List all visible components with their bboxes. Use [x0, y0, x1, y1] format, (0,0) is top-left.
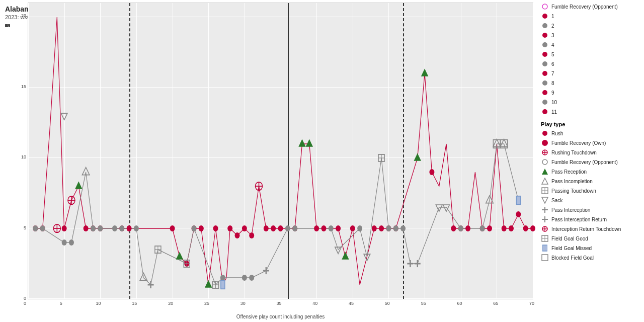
svg-point-11	[199, 225, 204, 231]
legend-item-rush: Rush	[541, 129, 641, 137]
x-tick-label-10: 10	[96, 301, 101, 306]
legend-item-pass-int-return: Pass Interception Return	[541, 215, 641, 223]
x-tick-label-45: 45	[349, 301, 354, 306]
y-tick-label-0: 0	[24, 296, 26, 301]
svg-point-29	[429, 169, 434, 175]
legend-label-fg-missed: Field Goal Missed	[551, 246, 592, 251]
legend-label-2: 2	[551, 23, 554, 29]
legend-symbol-pass-reception	[541, 168, 549, 176]
svg-point-117	[542, 42, 547, 47]
svg-marker-64	[205, 280, 212, 288]
x-axis-label: Offensive play count including penalties	[28, 314, 533, 319]
legend-item-fg-missed: Field Goal Missed	[541, 244, 641, 252]
legend-label-rush: Rush	[551, 131, 563, 136]
svg-point-18	[271, 225, 276, 231]
svg-point-120	[542, 71, 547, 76]
svg-point-122	[542, 90, 547, 95]
svg-point-34	[487, 225, 492, 231]
legend-item-pass-reception: Pass Reception	[541, 168, 641, 176]
x-tick-label-0: 0	[24, 301, 26, 306]
svg-point-19	[278, 225, 283, 231]
svg-marker-68	[414, 153, 421, 161]
svg-point-12	[213, 225, 218, 231]
svg-marker-66	[306, 139, 313, 147]
x-tick-label-25: 25	[204, 301, 209, 306]
svg-point-14	[235, 232, 240, 238]
legend-label-10: 10	[551, 100, 557, 105]
svg-point-123	[542, 100, 547, 105]
svg-marker-62	[75, 182, 82, 189]
svg-point-39	[530, 225, 535, 231]
legend-label-pass-int: Pass Interception	[551, 207, 590, 213]
svg-point-2	[62, 225, 67, 231]
legend-label-pass-int-return: Pass Interception Return	[551, 217, 607, 222]
svg-point-13	[227, 225, 232, 231]
legend-item-1: 1	[541, 12, 641, 20]
svg-marker-131	[542, 169, 548, 175]
legend-label-5: 5	[551, 52, 554, 57]
svg-rect-148	[542, 255, 548, 261]
svg-point-38	[523, 225, 528, 231]
svg-point-26	[379, 225, 384, 231]
legend-label-sack: Sack	[551, 198, 562, 203]
svg-point-32	[465, 225, 470, 231]
svg-point-7	[127, 225, 132, 231]
svg-point-45	[98, 225, 103, 231]
svg-point-30	[451, 225, 456, 231]
legend-item-8: 8	[541, 79, 641, 87]
legend-label-int-return-td: Interception Return Touchdown	[551, 226, 621, 232]
svg-marker-63	[176, 252, 183, 260]
legend-label-11: 11	[551, 109, 557, 115]
svg-point-58	[393, 225, 398, 231]
legend-symbol-7	[541, 69, 549, 77]
legend-item-pass-int: Pass Interception	[541, 206, 641, 214]
svg-point-113	[542, 4, 547, 9]
y-tick-label-5: 5	[24, 225, 26, 230]
svg-marker-136	[542, 197, 548, 203]
svg-marker-132	[542, 178, 548, 184]
svg-rect-110	[516, 196, 520, 204]
svg-point-53	[285, 225, 290, 231]
svg-point-119	[542, 61, 547, 66]
svg-point-41	[40, 225, 45, 231]
legend-label-8: 8	[551, 80, 554, 86]
svg-point-35	[502, 225, 507, 231]
svg-point-52	[249, 275, 254, 281]
x-tick-label-60: 60	[457, 301, 462, 306]
svg-point-51	[242, 275, 247, 281]
svg-point-124	[542, 109, 547, 114]
legend-symbol-11	[541, 108, 549, 116]
y-tick-label-15: 15	[21, 84, 26, 89]
svg-point-36	[509, 225, 514, 231]
legend-label-passing-td: Passing Touchdown	[551, 188, 596, 194]
legend-item-3: 3	[541, 31, 641, 39]
legend-symbol-fg-good	[541, 234, 549, 243]
legend-symbol-pass-int	[541, 206, 549, 214]
svg-point-48	[134, 225, 139, 231]
legend-symbol-4	[541, 41, 549, 49]
svg-point-116	[542, 33, 547, 38]
x-tick-label-35: 35	[277, 301, 282, 306]
legend-symbol-rushing-td	[541, 148, 549, 156]
legend-item-fg-good: Field Goal Good	[541, 234, 641, 243]
svg-point-60	[458, 225, 463, 231]
svg-point-23	[336, 225, 341, 231]
legend-symbol-1	[541, 12, 549, 20]
legend-symbol-int-return-td	[541, 225, 549, 233]
svg-marker-75	[61, 113, 67, 120]
svg-point-25	[372, 225, 377, 231]
svg-point-57	[386, 225, 391, 231]
legend-item-fumble-own: Fumble Recovery (Own)	[541, 139, 641, 147]
legend-item-9: 9	[541, 89, 641, 97]
x-tick-label-55: 55	[421, 301, 426, 306]
x-tick-label-70: 70	[529, 301, 534, 306]
svg-point-46	[112, 225, 117, 231]
svg-point-37	[516, 211, 521, 217]
svg-rect-109	[221, 281, 225, 289]
legend-symbol-10	[541, 98, 549, 106]
svg-point-61	[480, 225, 485, 231]
legend-label-3: 3	[551, 33, 554, 38]
legend-item-int-return-td: Interception Return Touchdown	[541, 225, 641, 233]
legend-item-5: 5	[541, 50, 641, 58]
legend-symbol-pass-int-return	[541, 215, 549, 223]
